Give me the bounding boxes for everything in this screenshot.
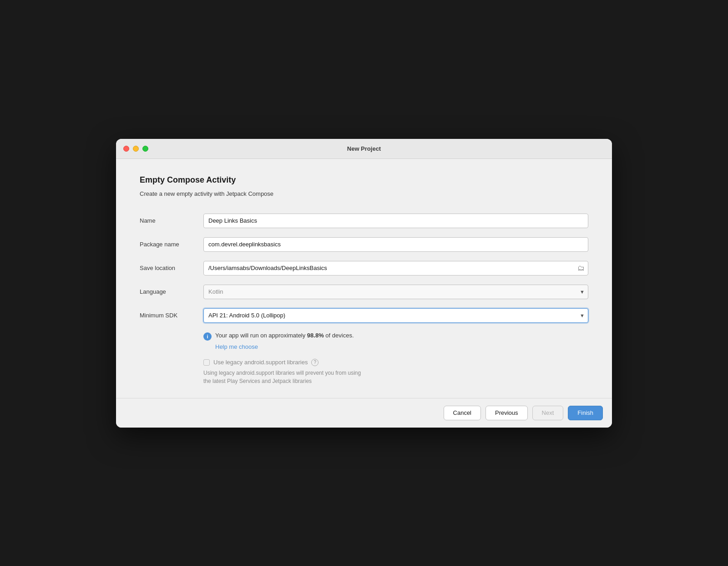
info-percentage: 98.8% bbox=[307, 332, 324, 339]
info-text-after: of devices. bbox=[324, 332, 354, 339]
language-row: Language Kotlin Java ▼ bbox=[140, 285, 588, 299]
activity-subtitle: Create a new empty activity with Jetpack… bbox=[140, 190, 588, 197]
info-text-before: Your app will run on approximately bbox=[215, 332, 307, 339]
language-select[interactable]: Kotlin Java bbox=[203, 285, 588, 299]
info-row: i Your app will run on approximately 98.… bbox=[203, 332, 588, 341]
legacy-row: Use legacy android.support libraries ? bbox=[203, 359, 588, 366]
title-bar: New Project bbox=[116, 139, 612, 159]
name-label: Name bbox=[140, 217, 203, 224]
folder-icon[interactable]: 🗂 bbox=[577, 264, 585, 272]
language-label: Language bbox=[140, 288, 203, 295]
legacy-help-icon[interactable]: ? bbox=[311, 359, 318, 366]
next-button: Next bbox=[532, 406, 564, 420]
package-input[interactable] bbox=[203, 237, 588, 252]
info-section: i Your app will run on approximately 98.… bbox=[203, 332, 588, 351]
minsdk-select-wrapper: API 21: Android 5.0 (Lollipop) API 22: A… bbox=[203, 308, 588, 323]
previous-button[interactable]: Previous bbox=[485, 406, 528, 420]
name-row: Name bbox=[140, 214, 588, 228]
activity-title: Empty Compose Activity bbox=[140, 175, 588, 185]
legacy-description-line2: the latest Play Services and Jetpack lib… bbox=[203, 377, 588, 385]
save-location-field: 🗂 bbox=[203, 261, 588, 275]
minimize-button[interactable] bbox=[133, 146, 139, 152]
form-section: Name Package name Save location 🗂 Langua… bbox=[140, 214, 588, 385]
dialog-content: Empty Compose Activity Create a new empt… bbox=[116, 159, 612, 398]
legacy-description: Using legacy android.support libraries w… bbox=[203, 369, 588, 385]
legacy-checkbox[interactable] bbox=[203, 359, 210, 366]
save-location-label: Save location bbox=[140, 265, 203, 271]
package-row: Package name bbox=[140, 237, 588, 252]
minsdk-label: Minimum SDK bbox=[140, 312, 203, 319]
new-project-window: New Project Empty Compose Activity Creat… bbox=[116, 139, 612, 428]
name-input[interactable] bbox=[203, 214, 588, 228]
maximize-button[interactable] bbox=[142, 146, 148, 152]
dialog-footer: Cancel Previous Next Finish bbox=[116, 398, 612, 428]
close-button[interactable] bbox=[123, 146, 129, 152]
language-select-wrapper: Kotlin Java ▼ bbox=[203, 285, 588, 299]
window-title: New Project bbox=[347, 145, 381, 152]
cancel-button[interactable]: Cancel bbox=[444, 406, 481, 420]
legacy-description-line1: Using legacy android.support libraries w… bbox=[203, 369, 588, 377]
traffic-lights bbox=[123, 146, 148, 152]
minsdk-row: Minimum SDK API 21: Android 5.0 (Lollipo… bbox=[140, 308, 588, 323]
help-me-choose-link[interactable]: Help me choose bbox=[215, 343, 258, 350]
legacy-label: Use legacy android.support libraries bbox=[213, 359, 308, 366]
finish-button[interactable]: Finish bbox=[568, 406, 603, 420]
save-location-row: Save location 🗂 bbox=[140, 261, 588, 275]
package-label: Package name bbox=[140, 241, 203, 248]
minsdk-select[interactable]: API 21: Android 5.0 (Lollipop) API 22: A… bbox=[203, 308, 588, 323]
save-location-input[interactable] bbox=[203, 261, 588, 275]
info-text: Your app will run on approximately 98.8%… bbox=[215, 332, 354, 339]
info-icon: i bbox=[203, 332, 212, 341]
